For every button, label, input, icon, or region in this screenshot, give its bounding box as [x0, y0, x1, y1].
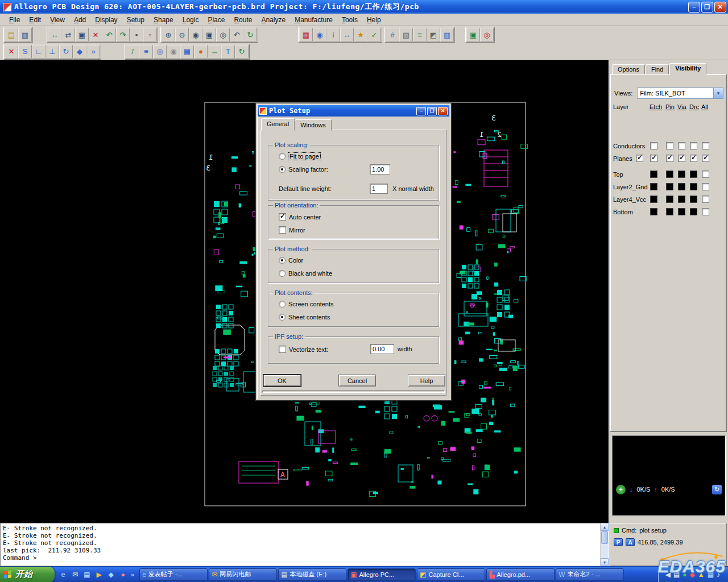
line-weight-input[interactable] — [370, 184, 388, 194]
redo-icon[interactable]: ↷ — [116, 28, 130, 41]
copy-icon[interactable]: ▣ — [75, 28, 89, 41]
maximize-button[interactable]: ❐ — [701, 2, 713, 13]
net-monitor-icon[interactable]: + — [616, 485, 626, 494]
auto-center-checkbox[interactable] — [279, 213, 286, 221]
pick-mode-button[interactable]: P — [614, 538, 623, 546]
bbvia-icon[interactable]: ◉ — [167, 45, 180, 59]
menu-view[interactable]: View — [46, 14, 69, 26]
measure-icon[interactable]: ↔ — [340, 28, 354, 41]
console-scrollbar[interactable]: ▲ ▼ — [601, 523, 609, 566]
grid-header-drc[interactable]: Drc — [689, 103, 699, 110]
grid-header-pin[interactable]: Pin — [665, 103, 675, 110]
visibility-checkbox[interactable] — [702, 183, 709, 190]
command-console[interactable]: E- Stroke not recognized.E- Stroke not r… — [0, 523, 601, 566]
dimension-icon[interactable]: ↔ — [208, 45, 221, 59]
black-white-radio[interactable] — [279, 270, 286, 277]
task-button[interactable]: ▣Allegro PC... — [348, 568, 416, 581]
ie-icon[interactable]: e — [58, 569, 68, 580]
scroll-down-icon[interactable]: ▼ — [601, 558, 609, 566]
visibility-checkbox[interactable] — [702, 208, 709, 215]
menu-display[interactable]: Display — [90, 14, 122, 26]
grid-header-all[interactable]: All — [701, 103, 708, 110]
world-view-panel[interactable]: + ↓ 0K/S ↑ 0K/S ↻ — [612, 435, 726, 516]
minimize-button[interactable]: – — [688, 2, 700, 13]
grid-header-via[interactable]: Via — [677, 103, 686, 110]
layer-color-swatch[interactable] — [666, 183, 673, 190]
visibility-checkbox[interactable] — [678, 142, 685, 149]
task-button[interactable]: ▙Allegro.pd... — [486, 568, 555, 581]
visibility-checkbox[interactable] — [690, 155, 697, 162]
panel-tab-visibility[interactable]: Visibility — [669, 63, 706, 75]
ratsnest-icon[interactable]: ≡ — [413, 28, 427, 41]
dehighlight-icon[interactable]: ✓ — [367, 28, 381, 41]
drc-update-icon[interactable]: ◎ — [480, 28, 494, 41]
visibility-checkbox[interactable] — [650, 142, 657, 149]
spin-icon[interactable]: ↻ — [59, 45, 73, 59]
color-dialog-icon[interactable]: ▦ — [299, 28, 313, 41]
layer-color-swatch[interactable] — [690, 171, 697, 178]
pad-icon[interactable]: ● — [194, 45, 208, 59]
grid-header-etch[interactable]: Etch — [650, 103, 662, 110]
shove-icon[interactable]: » — [86, 45, 100, 59]
menu-analyze[interactable]: Analyze — [257, 14, 290, 26]
quick-launch-overflow-icon[interactable]: » — [130, 571, 135, 578]
slide-icon[interactable]: S — [18, 45, 32, 59]
layer-color-swatch[interactable] — [678, 208, 685, 215]
scroll-up-icon[interactable]: ▲ — [601, 523, 609, 531]
close-button[interactable]: ✕ — [714, 2, 726, 13]
unfix-icon[interactable]: ▫ — [143, 28, 157, 41]
visibility-checkbox[interactable] — [702, 142, 709, 149]
cancel-button[interactable]: Cancel — [338, 375, 376, 386]
status-check-icon[interactable]: ▣ — [466, 28, 480, 41]
highlight-icon[interactable]: ★ — [354, 28, 367, 41]
undo-icon[interactable]: ↶ — [102, 28, 116, 41]
visibility-checkbox[interactable] — [678, 155, 685, 162]
help-button[interactable]: Help — [408, 375, 445, 386]
dialog-close-button[interactable]: ✕ — [438, 107, 448, 115]
menu-route[interactable]: Route — [229, 14, 257, 26]
scaling-factor-input[interactable] — [370, 164, 390, 174]
sheet-contents-radio[interactable] — [279, 314, 286, 321]
task-button[interactable]: W未命名2 - ... — [556, 568, 624, 581]
layer-color-swatch[interactable] — [666, 171, 673, 178]
task-button[interactable]: ✉网易闪电邮 — [209, 568, 277, 581]
zoom-previous-icon[interactable]: ↶ — [230, 28, 243, 41]
refresh-icon[interactable]: ↻ — [712, 485, 722, 494]
text-icon[interactable]: T — [221, 45, 235, 59]
task-button[interactable]: ▤本地磁盘 (E:) — [278, 568, 346, 581]
visibility-checkbox[interactable] — [702, 171, 709, 178]
menu-shape[interactable]: Shape — [149, 14, 178, 26]
vectorize-width-input[interactable] — [370, 344, 394, 354]
menu-help[interactable]: Help — [362, 14, 386, 26]
menu-file[interactable]: File — [5, 14, 24, 26]
refresh-symbols-icon[interactable]: ↻ — [235, 45, 249, 59]
fit-to-page-label[interactable]: Fit to page — [288, 153, 320, 160]
zoom-by-points-icon[interactable]: ◉ — [189, 28, 202, 41]
shadow-mode-icon[interactable]: ◩ — [427, 28, 440, 41]
task-button[interactable]: ◩Capture CI... — [417, 568, 485, 581]
layer-color-swatch[interactable] — [690, 183, 697, 190]
net-schedule-icon[interactable]: ≡ — [139, 45, 153, 59]
etch-layer-icon[interactable]: ▧ — [399, 28, 413, 41]
via-icon[interactable]: ◎ — [153, 45, 167, 59]
menu-manufacture[interactable]: Manufacture — [290, 14, 337, 26]
visibility-checkbox[interactable] — [650, 155, 657, 162]
layer-color-swatch[interactable] — [666, 208, 673, 215]
views-dropdown[interactable]: Film: SILK_BOT ▼ — [637, 88, 723, 99]
zoom-fit-icon[interactable]: ▣ — [202, 28, 216, 41]
visibility-checkbox[interactable] — [690, 142, 697, 149]
menu-setup[interactable]: Setup — [122, 14, 149, 26]
grid-icon[interactable]: # — [386, 28, 399, 41]
dialog-titlebar[interactable]: Plot Setup – ❐ ✕ — [258, 105, 449, 117]
visibility-checkbox[interactable] — [702, 155, 709, 162]
mirror-checkbox[interactable] — [279, 226, 286, 234]
redraw-icon[interactable]: ↻ — [243, 28, 257, 41]
options-panel-icon[interactable]: ▥ — [440, 28, 454, 41]
delete-icon[interactable]: ✕ — [89, 28, 102, 41]
zoom-in-icon[interactable]: ⊕ — [162, 28, 175, 41]
save-icon[interactable]: ▥ — [18, 28, 32, 41]
mirror-icon[interactable]: ⇄ — [61, 28, 75, 41]
fix-icon[interactable]: ▪ — [130, 28, 143, 41]
move-icon[interactable]: ↔ — [48, 28, 61, 41]
scaling-factor-radio[interactable] — [279, 166, 286, 173]
